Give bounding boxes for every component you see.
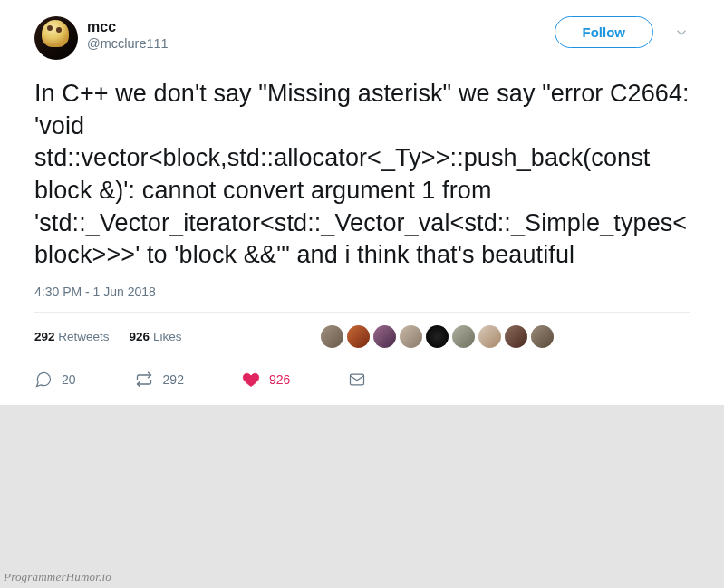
tweet-card: mcc @mcclure111 Follow In C++ we don't s…	[0, 0, 724, 405]
retweets-label: Retweets	[58, 330, 109, 343]
likes-stat[interactable]: 926 Likes	[130, 330, 182, 343]
likes-label: Likes	[153, 330, 182, 343]
retweet-button[interactable]: 292	[134, 371, 184, 389]
tweet-text: In C++ we don't say "Missing asterisk" w…	[34, 78, 690, 272]
liker-avatar[interactable]	[426, 325, 449, 348]
handle: @mcclure111	[87, 36, 555, 52]
reply-count: 20	[62, 372, 76, 387]
svg-rect-0	[351, 374, 364, 385]
follow-button[interactable]: Follow	[555, 16, 654, 48]
liker-avatar[interactable]	[478, 325, 501, 348]
likes-count: 926	[130, 330, 150, 343]
actions-row: 20 292 926	[34, 361, 690, 394]
liker-avatar[interactable]	[321, 325, 343, 348]
avatar[interactable]	[34, 16, 78, 60]
like-count: 926	[269, 372, 290, 387]
like-button[interactable]: 926	[242, 371, 290, 389]
liker-avatars	[321, 325, 690, 348]
retweet-icon	[134, 371, 154, 389]
retweets-count: 292	[34, 330, 55, 343]
tweet-header: mcc @mcclure111 Follow	[34, 16, 690, 60]
liker-avatar[interactable]	[347, 325, 370, 348]
liker-avatar[interactable]	[373, 325, 396, 348]
reply-icon	[34, 371, 53, 389]
liker-avatar[interactable]	[452, 325, 475, 348]
reply-button[interactable]: 20	[34, 371, 76, 389]
display-name: mcc	[87, 18, 555, 35]
timestamp[interactable]: 4:30 PM - 1 Jun 2018	[34, 284, 690, 299]
author-names[interactable]: mcc @mcclure111	[87, 16, 555, 53]
dm-button[interactable]	[348, 371, 366, 389]
chevron-down-icon[interactable]	[673, 24, 690, 41]
liker-avatar[interactable]	[505, 325, 527, 348]
liker-avatar[interactable]	[531, 325, 554, 348]
liker-avatar[interactable]	[400, 325, 422, 348]
envelope-icon	[348, 371, 366, 389]
follow-area: Follow	[555, 16, 690, 48]
watermark: ProgrammerHumor.io	[4, 570, 111, 584]
retweet-count: 292	[163, 372, 184, 387]
stats-row: 292 Retweets 926 Likes	[34, 313, 690, 361]
retweets-stat[interactable]: 292 Retweets	[34, 330, 110, 343]
heart-icon	[242, 371, 260, 389]
